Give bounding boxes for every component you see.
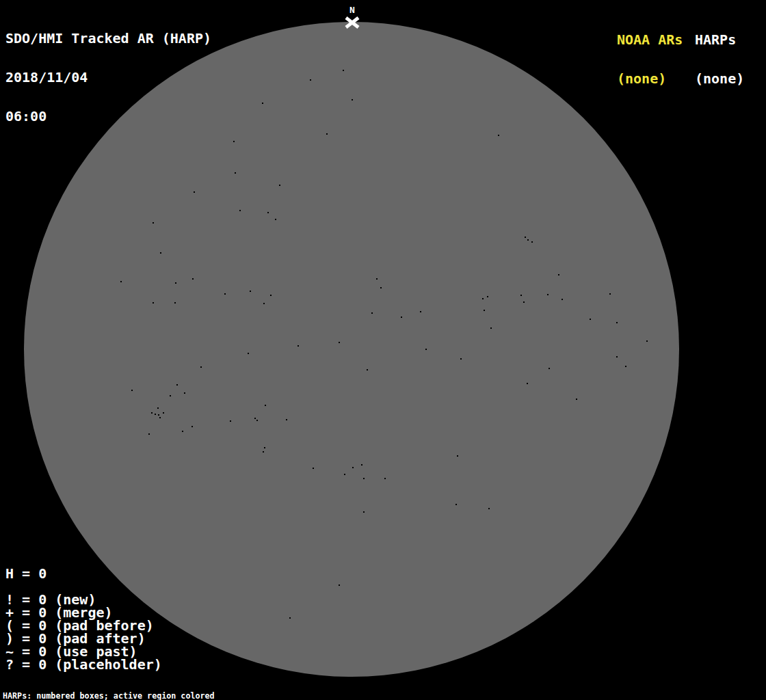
footer-line-harps: HARPs: numbered boxes; active region col… [3,692,282,700]
magnetogram-speck [200,366,202,368]
magnetogram-speck [549,368,550,369]
magnetogram-speck [326,133,328,135]
magnetogram-speck [275,219,276,220]
magnetogram-speck [192,426,193,427]
magnetogram-speck [174,302,176,304]
magnetogram-speck [363,511,365,513]
magnetogram-speck [270,295,272,296]
magnetogram-speck [159,417,161,418]
magnetogram-speck [153,302,154,304]
page-title: SDO/HMI Tracked AR (HARP) [5,32,211,45]
magnetogram-speck [233,141,235,142]
magnetogram-speck [286,419,287,420]
magnetogram-speck [148,433,150,435]
magnetogram-speck [558,274,559,275]
magnetogram-speck [455,504,457,505]
magnetogram-speck [153,222,154,224]
magnetogram-speck [576,399,577,400]
legend-item: ? = 0 (placeholder) [5,658,162,671]
magnetogram-speck [380,287,382,288]
magnetogram-speck [488,508,490,509]
north-cross-icon [345,16,360,29]
magnetogram-speck [163,412,164,414]
magnetogram-speck [616,322,618,323]
magnetogram-speck [313,468,314,469]
magnetogram-speck [267,212,269,213]
legend: ! = 0 (new)+ = 0 (merge)( = 0 (pad befor… [5,593,162,671]
magnetogram-speck [170,395,171,396]
magnetogram-speck [484,310,485,311]
magnetogram-speck [527,383,528,384]
magnetogram-speck [527,239,529,241]
magnetogram-speck [609,293,611,295]
magnetogram-speck [498,135,499,136]
magnetogram-speck [224,293,226,295]
magnetogram-speck [310,79,311,81]
magnetogram-speck [384,478,386,479]
magnetogram-speck [230,420,231,422]
magnetogram-speck [361,464,362,466]
magnetogram-speck [155,414,156,415]
magnetogram-speck [175,282,176,284]
magnetogram-speck [289,617,291,619]
magnetogram-speck [192,278,194,280]
magnetogram-speck [490,327,492,329]
magnetogram-speck [520,295,522,296]
harps-counter: HARPs (none) [695,8,744,111]
magnetogram-speck [401,317,402,318]
harps-counter-value: (none) [695,72,744,85]
magnetogram-speck [352,99,353,100]
solar-harp-map: SDO/HMI Tracked AR (HARP) 2018/11/04 06:… [0,0,766,700]
magnetogram-speck [158,414,159,416]
magnetogram-speck [263,303,265,304]
date-label: 2018/11/04 [5,71,211,84]
north-label: N [345,5,360,15]
magnetogram-speck [239,210,241,211]
magnetogram-speck [157,407,159,409]
magnetogram-speck [279,185,280,186]
magnetogram-speck [262,103,263,104]
magnetogram-speck [531,241,533,243]
noaa-ar-counter-label: NOAA ARs [617,33,683,46]
magnetogram-speck [616,356,618,358]
magnetogram-speck [264,447,265,448]
magnetogram-speck [367,369,368,371]
magnetogram-speck [184,392,185,394]
magnetogram-speck [256,420,258,421]
harps-counter-label: HARPs [695,33,744,46]
magnetogram-speck [352,467,354,468]
magnetogram-speck [482,298,484,299]
magnetogram-speck [371,312,373,314]
magnetogram-speck [131,390,133,391]
magnetogram-speck [525,237,526,238]
magnetogram-speck [420,311,421,312]
magnetogram-speck [523,301,525,303]
magnetogram-speck [425,349,427,350]
magnetogram-speck [590,319,591,320]
noaa-ar-counter-value: (none) [617,72,683,85]
magnetogram-speck [248,353,249,354]
magnetogram-speck [235,172,236,174]
magnetogram-speck [646,340,648,342]
magnetogram-speck [176,384,178,386]
magnetogram-speck [182,431,183,432]
magnetogram-speck [376,278,378,280]
magnetogram-speck [120,281,122,282]
magnetogram-speck [151,412,153,414]
magnetogram-speck [194,191,195,193]
magnetogram-speck [457,455,458,457]
magnetogram-speck [344,474,345,475]
magnetogram-speck [298,345,299,347]
magnetogram-speck [547,294,549,295]
header: SDO/HMI Tracked AR (HARP) 2018/11/04 06:… [5,6,211,149]
magnetogram-speck [363,478,365,479]
magnetogram-speck [263,451,264,453]
magnetogram-speck [343,70,344,71]
noaa-ar-counter: NOAA ARs (none) [617,8,683,111]
magnetogram-speck [625,366,626,367]
footer-caption: HARPs: numbered boxes; active region col… [3,675,282,700]
magnetogram-speck [487,296,488,297]
magnetogram-speck [460,358,462,360]
magnetogram-speck [160,252,161,254]
time-label: 06:00 [5,110,211,123]
